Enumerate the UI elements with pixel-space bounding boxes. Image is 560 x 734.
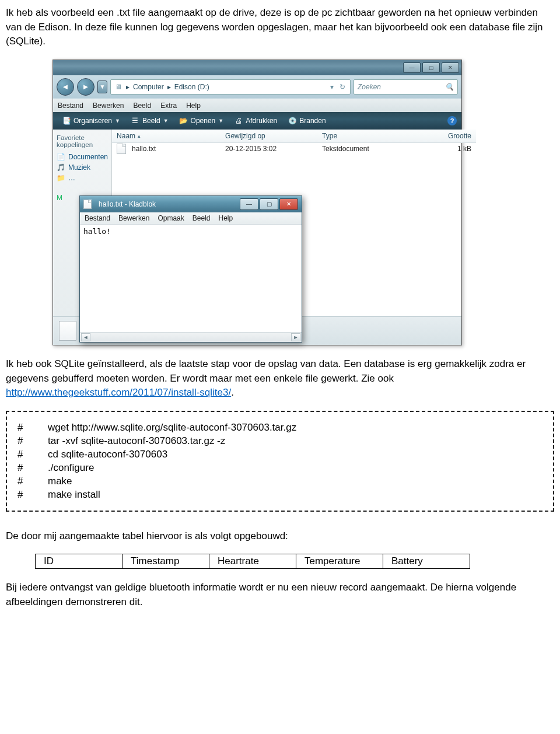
col-heartrate: Heartrate xyxy=(209,554,296,569)
text-file-icon xyxy=(117,144,126,154)
sort-asc-icon: ▴ xyxy=(138,133,141,139)
notepad-close[interactable]: ✕ xyxy=(279,198,298,210)
toolbar-print[interactable]: 🖨 Afdrukken xyxy=(230,115,282,127)
menu-file[interactable]: Bestand xyxy=(58,102,83,110)
closing-paragraph: Bij iedere ontvangst van geldige bluetoo… xyxy=(6,581,554,609)
notepad-title: hallo.txt - Kladblok xyxy=(99,200,156,208)
file-row[interactable]: hallo.txt 20-12-2015 3:02 Tekstdocument … xyxy=(112,143,476,155)
code-line: #make install xyxy=(18,489,542,501)
open-icon: 📂 xyxy=(180,117,188,125)
sqlite-paragraph: Ik heb ook SQLite geïnstalleerd, als de … xyxy=(6,357,554,400)
column-type[interactable]: Type xyxy=(317,132,414,140)
install-commands-box: #wget http://www.sqlite.org/sqlite-autoc… xyxy=(6,411,554,512)
breadcrumb[interactable]: 🖥 ▸ Computer ▸ Edison (D:) ▾ ↻ xyxy=(110,79,351,95)
menu-view[interactable]: Beeld xyxy=(133,102,151,110)
np-menu-edit[interactable]: Bewerken xyxy=(118,214,149,222)
menu-edit[interactable]: Bewerken xyxy=(93,102,124,110)
intro-paragraph: Ik heb als voorbeeld een .txt file aange… xyxy=(6,6,554,49)
toolbar-organize[interactable]: 📑 Organiseren ▼ xyxy=(58,115,125,127)
documents-icon: 📄 xyxy=(57,153,65,161)
np-menu-view[interactable]: Beeld xyxy=(192,214,211,222)
np-menu-help[interactable]: Help xyxy=(218,214,233,222)
notepad-maximize[interactable]: ▢ xyxy=(260,198,278,210)
status-file-icon xyxy=(59,321,76,341)
views-icon: ☰ xyxy=(131,117,139,125)
col-timestamp: Timestamp xyxy=(123,554,209,569)
notepad-textarea[interactable]: hallo! xyxy=(80,225,302,332)
column-size[interactable]: Grootte xyxy=(414,132,476,140)
np-menu-format[interactable]: Opmaak xyxy=(158,214,184,222)
sqlite-install-link[interactable]: http://www.thegeekstuff.com/2011/07/inst… xyxy=(6,387,231,398)
scroll-right-icon[interactable]: ► xyxy=(291,333,300,341)
menu-extra[interactable]: Extra xyxy=(160,102,177,110)
search-input[interactable]: Zoeken 🔍 xyxy=(354,79,458,95)
organize-icon: 📑 xyxy=(62,117,71,125)
column-name[interactable]: Naam ▴ xyxy=(112,132,220,140)
toolbar-open[interactable]: 📂 Openen ▼ xyxy=(175,115,229,127)
close-button[interactable]: ✕ xyxy=(442,62,459,73)
notepad-icon xyxy=(83,200,92,209)
search-placeholder: Zoeken xyxy=(358,83,381,91)
screenshot-composite: — ▢ ✕ ◄ ► ▼ 🖥 ▸ Computer ▸ Edison (D:) ▾… xyxy=(29,60,438,345)
col-id: ID xyxy=(36,554,123,569)
address-bar: ◄ ► ▼ 🖥 ▸ Computer ▸ Edison (D:) ▾ ↻ Zoe… xyxy=(53,75,461,99)
minimize-button[interactable]: — xyxy=(403,62,421,73)
code-line: #tar -xvf sqlite-autoconf-3070603.tar.gz… xyxy=(18,435,542,447)
sidebar-item-documents[interactable]: 📄 Documenten xyxy=(57,152,108,162)
code-line: #make xyxy=(18,476,542,487)
table-intro-paragraph: De door mij aangemaakte tabel hiervoor i… xyxy=(6,529,554,544)
explorer-menubar: Bestand Bewerken Beeld Extra Help xyxy=(53,99,461,112)
code-line: #wget http://www.sqlite.org/sqlite-autoc… xyxy=(18,422,542,434)
burn-icon: 💿 xyxy=(288,117,296,125)
scroll-left-icon[interactable]: ◄ xyxy=(81,333,90,341)
notepad-scrollbar[interactable]: ◄ ► xyxy=(80,332,302,342)
col-temperature: Temperature xyxy=(296,554,383,569)
breadcrumb-drive: Edison (D:) xyxy=(174,83,209,91)
folder-icon: 📁 xyxy=(57,174,65,182)
music-icon: 🎵 xyxy=(57,163,65,172)
col-battery: Battery xyxy=(383,554,470,569)
chevron-down-icon[interactable]: ▾ xyxy=(328,83,336,91)
help-icon[interactable]: ? xyxy=(447,116,457,125)
explorer-titlebar: — ▢ ✕ xyxy=(53,60,461,75)
search-icon: 🔍 xyxy=(445,83,454,91)
nav-history-icon[interactable]: ▼ xyxy=(97,81,107,93)
toolbar-burn[interactable]: 💿 Branden xyxy=(284,115,330,127)
notepad-minimize[interactable]: — xyxy=(240,198,258,210)
toolbar-views[interactable]: ☰ Beeld ▼ xyxy=(127,115,173,127)
nav-forward-icon[interactable]: ► xyxy=(77,78,94,96)
sidebar-item-music[interactable]: 🎵 Muziek xyxy=(57,162,108,173)
sidebar-heading: Favoriete koppelingen xyxy=(57,134,108,148)
refresh-icon[interactable]: ↻ xyxy=(338,83,346,91)
sidebar-item-truncated[interactable]: 📁 … xyxy=(57,173,108,183)
table-row: ID Timestamp Heartrate Temperature Batte… xyxy=(36,554,470,569)
notepad-menubar: Bestand Bewerken Opmaak Beeld Help xyxy=(80,212,302,225)
explorer-toolbar: 📑 Organiseren ▼ ☰ Beeld ▼ 📂 Openen ▼ 🖨 A… xyxy=(53,112,461,130)
notepad-window: hallo.txt - Kladblok — ▢ ✕ Bestand Bewer… xyxy=(79,195,302,342)
np-menu-file[interactable]: Bestand xyxy=(85,214,110,222)
menu-help[interactable]: Help xyxy=(186,102,201,110)
breadcrumb-root: Computer xyxy=(133,83,164,91)
maximize-button[interactable]: ▢ xyxy=(422,62,440,73)
computer-icon: 🖥 xyxy=(114,83,123,91)
notepad-titlebar: hallo.txt - Kladblok — ▢ ✕ xyxy=(80,196,302,212)
code-line: #./configure xyxy=(18,462,542,474)
column-modified[interactable]: Gewijzigd op xyxy=(220,132,317,140)
print-icon: 🖨 xyxy=(235,117,243,125)
schema-table: ID Timestamp Heartrate Temperature Batte… xyxy=(35,554,470,569)
code-line: #cd sqlite-autoconf-3070603 xyxy=(18,449,542,460)
nav-back-icon[interactable]: ◄ xyxy=(57,78,74,96)
